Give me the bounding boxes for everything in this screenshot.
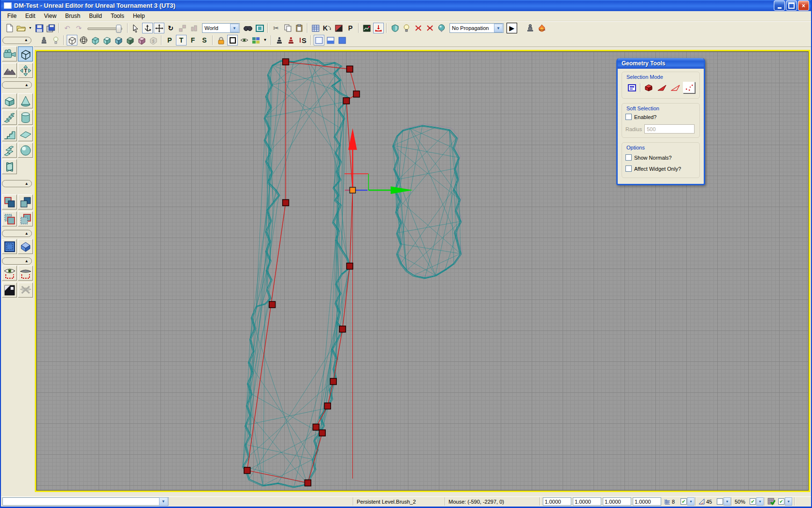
affect-widget-checkbox[interactable]	[625, 165, 632, 172]
csg-collapse-bar[interactable]: ▲	[2, 180, 32, 187]
move-tool-button[interactable]	[154, 23, 164, 33]
dropdown-icon[interactable]: ▼	[756, 497, 764, 506]
sheet-brush-button[interactable]	[18, 126, 33, 141]
camera-speed-checkbox[interactable]: ✔	[750, 498, 756, 505]
staircase-brush-button[interactable]	[2, 126, 17, 141]
object-select-mode-button[interactable]	[626, 82, 638, 93]
csg-subtract-button[interactable]	[18, 194, 33, 209]
geometry-mode-toolbar-button[interactable]	[373, 23, 384, 33]
path-tool-b-button[interactable]	[424, 23, 435, 33]
paste-button[interactable]	[294, 23, 304, 33]
camera-fast-button[interactable]	[286, 35, 296, 45]
add-special-brush-button[interactable]	[2, 239, 17, 254]
hide-all-button[interactable]	[18, 283, 33, 298]
new-level-button[interactable]	[4, 23, 15, 33]
cone-brush-button[interactable]	[18, 93, 33, 108]
combo-arrow-icon[interactable]: ▼	[230, 24, 239, 32]
top-view-button[interactable]: T	[176, 35, 187, 45]
vertex-handle[interactable]	[347, 66, 353, 72]
angle-snap-checkbox[interactable]	[717, 498, 723, 505]
front-view-button[interactable]: F	[188, 35, 198, 45]
publish-button[interactable]: P	[345, 23, 356, 33]
far-clip-slider[interactable]	[87, 24, 122, 32]
world-properties-button[interactable]	[436, 23, 447, 33]
play-level-button[interactable]: ▶	[507, 23, 517, 33]
open-level-button[interactable]	[16, 23, 27, 33]
vertex-handle[interactable]	[283, 199, 289, 206]
layout-two-pane-button[interactable]	[325, 35, 336, 45]
menu-brush[interactable]: Brush	[61, 12, 85, 20]
title-bar[interactable]: DM-Test - Unreal Editor for Unreal Tourn…	[1, 0, 811, 11]
menu-tools[interactable]: Tools	[106, 12, 129, 20]
vertex-handle[interactable]	[304, 480, 311, 486]
vertex-handle[interactable]	[353, 91, 360, 97]
viewmode-unlit-button[interactable]	[90, 35, 101, 45]
perspective-view-button[interactable]: P	[164, 35, 175, 45]
translate-tool-button[interactable]	[142, 23, 153, 33]
geometry-mode-button[interactable]	[18, 46, 33, 61]
generic-browser-button[interactable]	[310, 23, 321, 33]
show-flags-button[interactable]	[239, 35, 249, 45]
poly-select-mode-button[interactable]	[643, 82, 654, 93]
save-all-button[interactable]	[45, 23, 56, 33]
viewmode-wireframe-button[interactable]	[67, 35, 77, 45]
undo-button[interactable]: ↶	[62, 23, 72, 33]
fullscreen-button[interactable]	[254, 23, 265, 33]
kismet-button[interactable]: K	[322, 23, 333, 33]
vertex-handle[interactable]	[313, 424, 319, 430]
vertex-handle[interactable]	[319, 430, 325, 436]
special-collapse-bar[interactable]: ▲	[2, 230, 32, 237]
rotate-tool-button[interactable]: ↻	[165, 23, 176, 33]
vertex-select-mode-button[interactable]	[683, 82, 695, 93]
viewmode-textured-button[interactable]	[125, 35, 135, 45]
csg-intersect-button[interactable]	[2, 211, 17, 226]
camera-stamp-button[interactable]	[39, 35, 49, 45]
dropdown-icon[interactable]: ▼	[724, 497, 731, 506]
realtime-light-button[interactable]	[50, 35, 61, 45]
lighting-button[interactable]	[401, 23, 412, 33]
autosave-checkbox[interactable]: ✔	[778, 498, 784, 505]
dropdown-icon[interactable]: ▼	[687, 497, 695, 506]
widget-origin-handle[interactable]	[350, 187, 356, 193]
menu-edit[interactable]: Edit	[21, 12, 40, 20]
brushes-collapse-bar[interactable]: ▲	[2, 81, 32, 89]
vertex-handle[interactable]	[343, 98, 349, 104]
csg-add-button[interactable]	[2, 194, 17, 209]
nonuniform-scale-button[interactable]	[188, 23, 199, 33]
menu-file[interactable]: File	[3, 12, 21, 20]
terrain-mode-button[interactable]	[2, 63, 17, 78]
dropdown-icon[interactable]: ▼	[785, 497, 792, 506]
invert-selection-button[interactable]	[2, 283, 17, 298]
geometry-tools-titlebar[interactable]: Geometry Tools	[618, 58, 704, 69]
vertex-handle[interactable]	[283, 59, 289, 65]
soft-selection-enabled-checkbox[interactable]	[625, 114, 632, 120]
shield-button[interactable]	[390, 23, 400, 33]
search-actors-button[interactable]	[243, 23, 253, 33]
vertex-handle[interactable]	[244, 467, 250, 474]
path-tool-a-button[interactable]	[413, 23, 423, 33]
vertex-handle[interactable]	[347, 263, 353, 269]
sentinel-stats-button[interactable]	[362, 23, 372, 33]
side-view-button[interactable]: S	[199, 35, 210, 45]
volumetric-brush-button[interactable]	[2, 159, 17, 174]
camera-speed-toggle[interactable]: ✔ ▼	[750, 497, 764, 506]
scale-w-field[interactable]	[633, 497, 661, 506]
triangle-select-mode-button[interactable]	[656, 82, 667, 93]
viewmode-density-button[interactable]	[136, 35, 147, 45]
restore-button[interactable]	[786, 0, 797, 11]
drag-grid-checkbox[interactable]: ✔	[681, 498, 687, 505]
build-all-button[interactable]	[536, 23, 547, 33]
minimize-button[interactable]	[774, 0, 785, 11]
vertex-handle[interactable]	[324, 403, 331, 409]
slider-handle[interactable]	[116, 25, 121, 33]
decal-stamp-button[interactable]	[525, 23, 536, 33]
viewmode-detail-button[interactable]	[113, 35, 124, 45]
combo-arrow-icon[interactable]: ▼	[494, 24, 503, 32]
texture-align-mode-button[interactable]: T	[18, 63, 33, 78]
matinee-button[interactable]	[334, 23, 344, 33]
camera-slow-button[interactable]	[274, 35, 285, 45]
show-normals-checkbox[interactable]	[625, 154, 632, 161]
geometry-tools-window[interactable]: Geometry Tools Selection Mode	[616, 58, 705, 185]
cube-brush-button[interactable]	[2, 93, 17, 108]
viewmode-cost-button[interactable]: $	[148, 35, 159, 45]
